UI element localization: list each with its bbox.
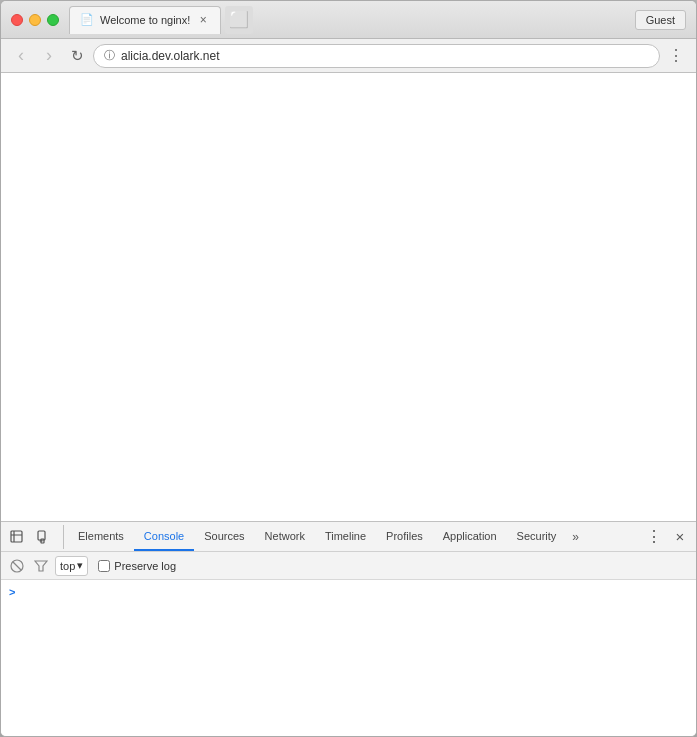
title-bar: 📄 Welcome to nginx! × ⬜ Guest bbox=[1, 1, 696, 39]
tabs-area: 📄 Welcome to nginx! × ⬜ bbox=[69, 6, 686, 34]
guest-button[interactable]: Guest bbox=[635, 10, 686, 30]
tab-sources[interactable]: Sources bbox=[194, 522, 254, 551]
preserve-log-container: Preserve log bbox=[98, 560, 176, 572]
svg-line-7 bbox=[13, 562, 21, 570]
console-prompt-symbol: > bbox=[9, 586, 15, 598]
filter-console-button[interactable] bbox=[31, 556, 51, 576]
tab-close-icon[interactable]: × bbox=[196, 13, 210, 27]
new-tab-icon: ⬜ bbox=[229, 12, 249, 28]
console-toolbar: top ▾ Preserve log bbox=[1, 552, 696, 580]
preserve-log-checkbox[interactable] bbox=[98, 560, 110, 572]
address-input[interactable] bbox=[121, 49, 649, 63]
browser-menu-button[interactable]: ⋮ bbox=[664, 44, 688, 68]
tab-console[interactable]: Console bbox=[134, 522, 194, 551]
more-tabs-button[interactable]: » bbox=[566, 522, 585, 551]
devtools-toolbar: Elements Console Sources Network Timelin… bbox=[1, 522, 696, 552]
devtools-close-button[interactable]: × bbox=[668, 525, 692, 549]
device-mode-button[interactable] bbox=[31, 525, 55, 549]
close-button[interactable] bbox=[11, 14, 23, 26]
svg-marker-8 bbox=[35, 561, 47, 571]
nav-bar: ‹ › ↻ ⓘ ⋮ bbox=[1, 39, 696, 73]
devtools-panel: Elements Console Sources Network Timelin… bbox=[1, 521, 696, 736]
inspect-element-button[interactable] bbox=[5, 525, 29, 549]
tab-timeline[interactable]: Timeline bbox=[315, 522, 376, 551]
tab-profiles[interactable]: Profiles bbox=[376, 522, 433, 551]
reload-button[interactable]: ↻ bbox=[65, 44, 89, 68]
context-dropdown-arrow: ▾ bbox=[77, 559, 83, 572]
browser-tab[interactable]: 📄 Welcome to nginx! × bbox=[69, 6, 221, 34]
maximize-button[interactable] bbox=[47, 14, 59, 26]
minimize-button[interactable] bbox=[29, 14, 41, 26]
new-tab-button[interactable]: ⬜ bbox=[225, 6, 253, 34]
secure-icon: ⓘ bbox=[104, 48, 115, 63]
tab-application[interactable]: Application bbox=[433, 522, 507, 551]
tab-security[interactable]: Security bbox=[507, 522, 567, 551]
devtools-left-icons bbox=[5, 525, 64, 549]
preserve-log-label: Preserve log bbox=[114, 560, 176, 572]
tab-title: Welcome to nginx! bbox=[100, 14, 190, 26]
tab-elements[interactable]: Elements bbox=[68, 522, 134, 551]
forward-button[interactable]: › bbox=[37, 44, 61, 68]
console-prompt-line[interactable]: > bbox=[9, 584, 688, 600]
devtools-actions: ⋮ × bbox=[642, 525, 692, 549]
address-bar-container[interactable]: ⓘ bbox=[93, 44, 660, 68]
page-content bbox=[1, 73, 696, 521]
traffic-lights bbox=[11, 14, 59, 26]
tab-network[interactable]: Network bbox=[255, 522, 315, 551]
devtools-more-button[interactable]: ⋮ bbox=[642, 525, 666, 549]
browser-window: 📄 Welcome to nginx! × ⬜ Guest ‹ › ↻ ⓘ ⋮ bbox=[0, 0, 697, 737]
back-button[interactable]: ‹ bbox=[9, 44, 33, 68]
devtools-tabs: Elements Console Sources Network Timelin… bbox=[68, 522, 642, 551]
console-content[interactable]: > bbox=[1, 580, 696, 736]
tab-favicon-icon: 📄 bbox=[80, 13, 94, 27]
clear-console-button[interactable] bbox=[7, 556, 27, 576]
context-selector[interactable]: top ▾ bbox=[55, 556, 88, 576]
svg-rect-0 bbox=[11, 531, 22, 542]
context-value: top bbox=[60, 560, 75, 572]
